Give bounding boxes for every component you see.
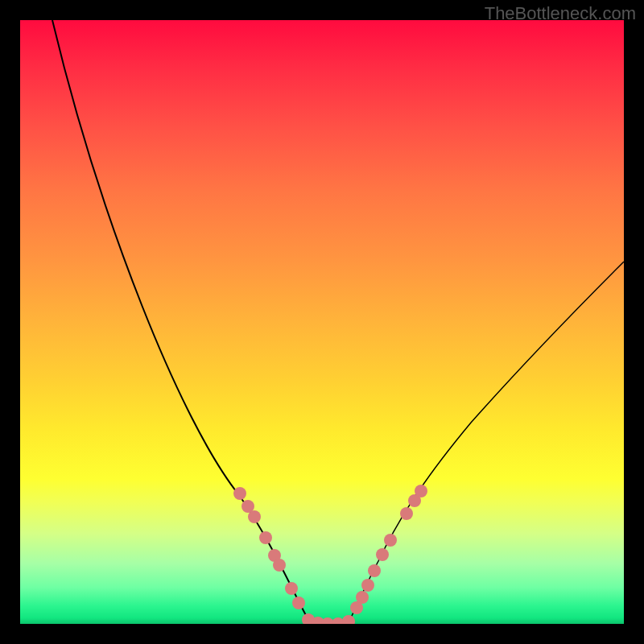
watermark-text: TheBottleneck.com <box>485 3 636 24</box>
data-marker <box>376 548 389 561</box>
data-marker <box>415 485 427 497</box>
data-marker <box>259 531 272 544</box>
marker-group <box>233 485 427 624</box>
data-marker <box>361 579 374 592</box>
data-marker <box>342 615 355 624</box>
data-marker <box>400 507 413 520</box>
data-marker <box>384 534 397 547</box>
chart-frame: TheBottleneck.com <box>0 0 644 644</box>
data-marker <box>356 591 369 604</box>
data-marker <box>248 510 261 523</box>
data-marker <box>273 559 286 572</box>
data-marker <box>368 564 381 577</box>
right-curve <box>349 262 624 622</box>
data-marker <box>233 487 246 500</box>
data-marker <box>292 597 305 609</box>
left-curve <box>52 20 310 622</box>
curve-layer <box>20 20 624 624</box>
plot-area <box>20 20 624 624</box>
data-marker <box>285 582 298 595</box>
